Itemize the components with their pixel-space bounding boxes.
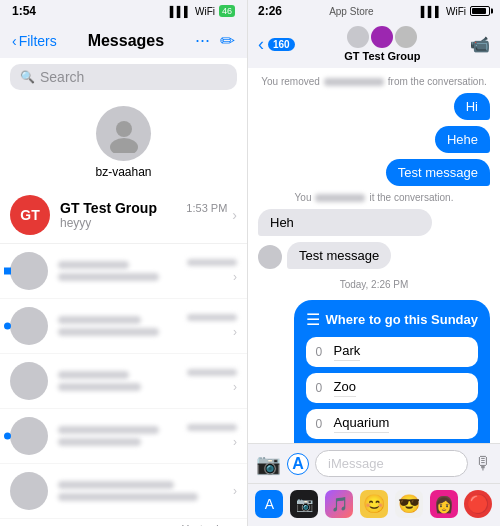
back-button[interactable]: ‹ 160 [258, 34, 295, 55]
right-status-icons: ▌▌▌ WiFi [421, 6, 490, 17]
bottom-app-bar: A 📷 🎵 😊 😎 👩 🔴 [248, 483, 500, 526]
chat-header: ‹ 160 GT Test Group 📹 [248, 20, 500, 68]
right-time: 2:26 [258, 4, 282, 18]
blurred-preview-line [58, 438, 141, 446]
app-store-label: App Store [329, 6, 373, 17]
sender-avatar [258, 245, 282, 269]
poll-option-text-2: Zoo [334, 379, 356, 394]
back-badge: 160 [268, 38, 295, 51]
poll-vote-1: 0 [316, 345, 326, 359]
camera-bottom-icon[interactable]: 📷 [290, 490, 318, 518]
from-convo-text: from the conversation. [388, 76, 487, 87]
blurred-date [187, 369, 237, 376]
unread-dot [4, 323, 11, 330]
gt-avatar: GT [10, 195, 50, 235]
messages-panel: 1:54 ▌▌▌ WiFi 46 ‹ Filters Messages ··· … [0, 0, 248, 526]
poll-divider-1 [334, 360, 361, 361]
member-avatar-2 [371, 26, 393, 48]
blurred-avatar [10, 417, 48, 455]
poll-option-1[interactable]: 0 Park [306, 337, 478, 367]
message-input-row: 📷 A iMessage 🎙 [248, 443, 500, 483]
blurred-name-line [58, 316, 141, 324]
poll-vote-3: 0 [316, 417, 326, 431]
blurred-avatar [10, 472, 48, 510]
hi-bubble: Hi [454, 93, 490, 120]
unread-dot [4, 268, 11, 275]
list-item[interactable]: › [0, 354, 247, 409]
poll-title: Where to go this Sunday [326, 312, 478, 327]
filters-label[interactable]: Filters [19, 33, 57, 49]
list-item[interactable]: › [0, 409, 247, 464]
blurred-text [58, 426, 177, 446]
blurred-row-right: › [187, 369, 237, 394]
wifi-icon: WiFi [195, 6, 215, 17]
messages-header: ‹ Filters Messages ··· ✏ [0, 20, 247, 58]
poll-icon: ☰ [306, 310, 320, 329]
bubble-text: Hi [466, 99, 478, 114]
gt-name: GT Test Group [60, 200, 157, 216]
search-input[interactable]: Search [40, 69, 84, 85]
music-bottom-icon[interactable]: 🎵 [325, 490, 353, 518]
chevron-right-icon: › [233, 325, 237, 339]
more-icon[interactable]: ··· [195, 30, 210, 52]
blurred-row-right: › [187, 424, 237, 449]
blurred-conversations-list: › › › [0, 244, 247, 526]
filters-button[interactable]: ‹ Filters [12, 33, 57, 49]
face-bottom-icon[interactable]: 😎 [395, 490, 423, 518]
time-label: Today, 2:26 PM [258, 279, 490, 290]
memoji-bottom-icon[interactable]: 😊 [360, 490, 388, 518]
poll-divider-3 [334, 432, 390, 433]
blurred-action [315, 194, 365, 202]
right-status-bar: 2:26 App Store ▌▌▌ WiFi [248, 0, 500, 20]
back-chevron-icon: ‹ [258, 34, 264, 55]
you-removed-text: You removed [261, 76, 320, 87]
test-message-bubble-left: Test message [287, 242, 391, 269]
gt-chevron-icon: › [232, 207, 237, 223]
blurred-text [58, 316, 177, 336]
poll-option-3[interactable]: 0 Aquarium [306, 409, 478, 439]
blurred-date [187, 314, 237, 321]
heh-bubble-left: Heh [258, 209, 432, 236]
search-icon: 🔍 [20, 70, 35, 84]
poll-option-2[interactable]: 0 Zoo [306, 373, 478, 403]
rejoined-text: it the conversation. [369, 192, 453, 203]
chevron-right-icon: › [233, 270, 237, 284]
blurred-preview-line [58, 328, 159, 336]
group-name: GT Test Group [344, 50, 420, 62]
list-item[interactable]: › [0, 244, 247, 299]
battery-icon: 46 [219, 5, 235, 17]
imessage-input[interactable]: iMessage [315, 450, 468, 477]
bubble-text: Heh [270, 215, 294, 230]
blurred-row-right: › [187, 259, 237, 284]
chevron-right-icon: › [233, 380, 237, 394]
gt-preview: heyyy [60, 216, 227, 230]
compose-icon[interactable]: ✏ [220, 30, 235, 52]
blurred-date [187, 259, 237, 266]
profile-section: bz-vaahan [0, 96, 247, 187]
battery-icon [470, 6, 490, 16]
chevron-right-icon: › [233, 484, 237, 498]
blurred-preview-line [58, 383, 141, 391]
gt-test-group-row[interactable]: GT GT Test Group 1:53 PM heyyy › ◀ [0, 187, 247, 244]
app-store-icon[interactable]: A [287, 453, 309, 475]
search-bar[interactable]: 🔍 Search [10, 64, 237, 90]
blurred-avatar [10, 252, 48, 290]
member-avatar-3 [395, 26, 417, 48]
list-item[interactable]: › [0, 464, 247, 519]
video-call-icon[interactable]: 📹 [470, 35, 490, 54]
blurred-avatar [10, 362, 48, 400]
girls-bottom-icon[interactable]: 👩 [430, 490, 458, 518]
chat-header-icons[interactable]: 📹 [470, 35, 490, 54]
camera-icon[interactable]: 📷 [256, 452, 281, 476]
app-store-bottom-icon[interactable]: A [255, 490, 283, 518]
you-text: You [295, 192, 312, 203]
left-status-icons: ▌▌▌ WiFi 46 [170, 5, 235, 17]
test-message-bubble-right: Test message [386, 159, 490, 186]
blurred-text [58, 371, 177, 391]
member-avatar-1 [347, 26, 369, 48]
red-dot-bottom-icon[interactable]: 🔴 [464, 490, 492, 518]
signal-icon: ▌▌▌ [421, 6, 442, 17]
mic-icon[interactable]: 🎙 [474, 453, 492, 474]
wifi-icon: WiFi [446, 6, 466, 17]
list-item[interactable]: › [0, 299, 247, 354]
